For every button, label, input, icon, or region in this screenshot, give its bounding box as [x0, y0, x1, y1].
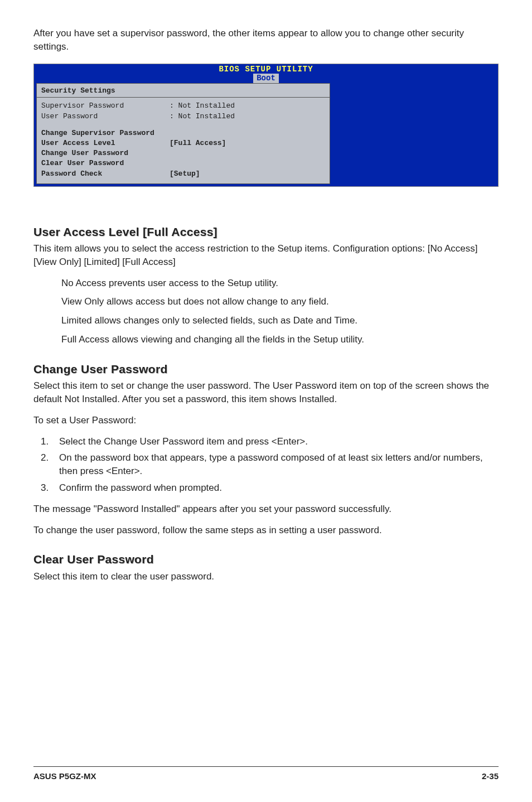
heading-clear-user-password: Clear User Password: [33, 551, 499, 567]
bios-value: : Not Installed: [170, 101, 235, 111]
torn-edge-decoration: [33, 197, 499, 209]
heading-user-access-level: User Access Level [Full Access]: [33, 224, 499, 240]
indented-note: Full Access allows viewing and changing …: [61, 333, 499, 346]
list-item: Confirm the password when prompted.: [51, 481, 499, 495]
bios-screenshot: BIOS SETUP UTILITY Boot Security Setting…: [33, 64, 499, 187]
list-item: Select the Change User Password item and…: [51, 435, 499, 448]
bios-row: Supervisor Password : Not Installed: [41, 101, 325, 111]
paragraph: Select this item to set or change the us…: [33, 379, 499, 406]
bios-row: User Access Level [Full Access]: [41, 138, 325, 148]
heading-change-user-password: Change User Password: [33, 361, 499, 377]
bios-row: Clear User Password: [41, 158, 325, 168]
bios-tab-boot: Boot: [253, 74, 279, 83]
bios-value: [Full Access]: [170, 138, 226, 148]
paragraph: The message "Password Installed" appears…: [33, 503, 499, 516]
bios-row: Change Supervisor Password: [41, 128, 325, 138]
paragraph: Select this item to clear the user passw…: [33, 570, 499, 583]
list-item: On the password box that appears, type a…: [51, 451, 499, 478]
bios-row: User Password : Not Installed: [41, 112, 325, 122]
bios-row: Password Check [Setup]: [41, 169, 325, 179]
bios-header: BIOS SETUP UTILITY Boot: [34, 64, 498, 84]
bios-label: User Access Level: [41, 138, 170, 148]
paragraph: This item allows you to select the acces…: [33, 242, 499, 269]
indented-note: No Access prevents user access to the Se…: [61, 277, 499, 290]
bios-label: Change User Password: [41, 148, 170, 158]
footer-page-number: 2-35: [482, 770, 499, 782]
footer-model: ASUS P5GZ-MX: [33, 770, 96, 782]
paragraph: To change the user password, follow the …: [33, 524, 499, 537]
bios-value: : Not Installed: [170, 112, 235, 122]
paragraph: To set a User Password:: [33, 414, 499, 427]
bios-right-column: [330, 83, 496, 184]
bios-panel-title: Security Settings: [41, 86, 325, 96]
intro-paragraph: After you have set a supervisor password…: [33, 27, 499, 54]
bios-label: User Password: [41, 112, 170, 122]
page-footer: ASUS P5GZ-MX 2-35: [33, 766, 499, 782]
bios-row: Change User Password: [41, 148, 325, 158]
bios-label: Supervisor Password: [41, 101, 170, 111]
indented-note: View Only allows access but does not all…: [61, 295, 499, 308]
indented-note: Limited allows changes only to selected …: [61, 314, 499, 327]
bios-value: [Setup]: [170, 169, 200, 179]
bios-label: Change Supervisor Password: [41, 128, 170, 138]
bios-title: BIOS SETUP UTILITY: [219, 65, 313, 74]
steps-list: Select the Change User Password item and…: [51, 435, 499, 495]
bios-panel: Security Settings Supervisor Password : …: [36, 83, 330, 184]
divider: [37, 97, 330, 98]
bios-label: Clear User Password: [41, 158, 170, 168]
bios-label: Password Check: [41, 169, 170, 179]
